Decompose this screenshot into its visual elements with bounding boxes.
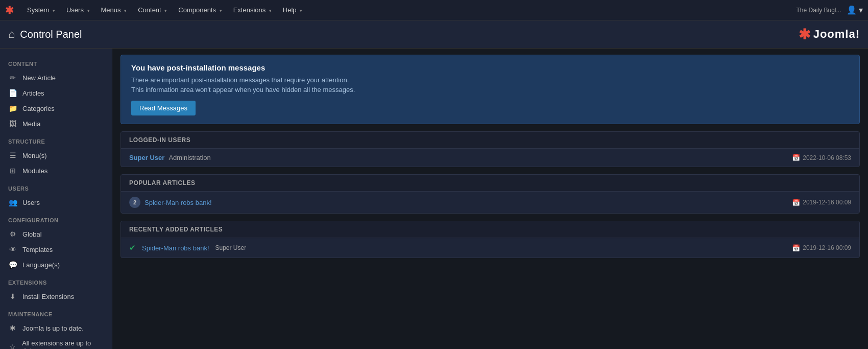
calendar-icon: 📅	[792, 244, 800, 252]
header-bar: ⌂ Control Panel ✱ Joomla!	[0, 20, 868, 49]
nav-extensions[interactable]: Extensions ▾	[228, 4, 277, 16]
section-content: CONTENT	[0, 54, 112, 70]
sidebar-item-install-extensions[interactable]: ⬇ Install Extensions	[0, 289, 112, 304]
sidebar-item-label: Install Extensions	[22, 293, 74, 300]
sidebar-item-label: Modules	[22, 167, 47, 175]
read-messages-button[interactable]: Read Messages	[131, 101, 196, 115]
recently-added-header: RECENTLY ADDED ARTICLES	[121, 221, 859, 238]
post-install-desc1: There are important post-installation me…	[131, 76, 849, 84]
user-login-date: 2022-10-06 08:53	[803, 154, 851, 161]
site-link[interactable]: The Daily Bugl...	[797, 7, 841, 14]
section-users: USERS	[0, 178, 112, 195]
sidebar-item-categories[interactable]: 📁 Categories	[0, 101, 112, 116]
sidebar-item-articles[interactable]: 📄 Articles	[0, 85, 112, 101]
top-nav: ✱ System ▾ Users ▾ Menus ▾ Content ▾ Com…	[0, 0, 868, 20]
logged-in-users-header: LOGGED-IN USERS	[121, 132, 859, 149]
article-info: 2 Spider-Man robs bank!	[129, 197, 212, 208]
post-install-desc2: This information area won't appear when …	[131, 86, 849, 94]
nav-system[interactable]: System ▾	[22, 4, 60, 16]
superuser-link[interactable]: Super User	[129, 154, 164, 161]
article-rank-badge: 2	[129, 197, 140, 208]
main-content: You have post-installation messages Ther…	[112, 49, 868, 349]
sidebar-item-label: Menu(s)	[22, 152, 47, 159]
joomla-brand-logo: ✱	[799, 26, 810, 43]
nav-items: System ▾ Users ▾ Menus ▾ Content ▾ Compo…	[22, 4, 797, 16]
joomla-brand-text: Joomla!	[813, 28, 860, 41]
articles-icon: 📄	[8, 89, 17, 97]
joomla-brand: ✱ Joomla!	[799, 26, 860, 43]
pencil-icon: ✏	[8, 74, 17, 82]
sidebar-item-label: Templates	[22, 246, 53, 253]
logged-in-users-panel: LOGGED-IN USERS Super User Administratio…	[120, 131, 860, 167]
sidebar-item-label: Language(s)	[22, 261, 60, 269]
media-icon: 🖼	[8, 120, 17, 128]
recent-article-info: ✔ Spider-Man robs bank! Super User	[129, 243, 246, 252]
popular-article-link[interactable]: Spider-Man robs bank!	[144, 199, 212, 206]
recent-article-date: 📅 2019-12-16 00:09	[792, 244, 851, 252]
sidebar-item-label: New Article	[22, 74, 56, 82]
recent-article-date-value: 2019-12-16 00:09	[803, 244, 851, 251]
user-date: 📅 2022-10-06 08:53	[792, 154, 851, 161]
sidebar-item-label: All extensions are up to date.	[22, 339, 104, 349]
nav-content[interactable]: Content ▾	[133, 4, 172, 16]
popular-article-row: 2 Spider-Man robs bank! 📅 2019-12-16 00:…	[121, 192, 859, 213]
recently-added-row: ✔ Spider-Man robs bank! Super User 📅 201…	[121, 238, 859, 258]
sidebar-item-label: Categories	[22, 105, 55, 112]
install-icon: ⬇	[8, 292, 17, 300]
sidebar-item-label: Articles	[22, 89, 44, 97]
nav-users[interactable]: Users ▾	[61, 4, 95, 16]
logged-in-user-row: Super User Administration 📅 2022-10-06 0…	[121, 149, 859, 167]
page-title: Control Panel	[20, 29, 82, 40]
joomla-nav-logo: ✱	[5, 4, 14, 16]
recent-article-author: Super User	[215, 244, 247, 251]
sidebar-item-label: Media	[22, 120, 40, 128]
popular-articles-panel: POPULAR ARTICLES 2 Spider-Man robs bank!…	[120, 174, 860, 214]
user-info: Super User Administration	[129, 154, 211, 161]
layout: CONTENT ✏ New Article 📄 Articles 📁 Categ…	[0, 49, 868, 349]
calendar-icon: 📅	[792, 154, 800, 161]
sidebar-item-extensions-update[interactable]: ☆ All extensions are up to date.	[0, 336, 112, 349]
recent-article-link[interactable]: Spider-Man robs bank!	[142, 244, 209, 252]
user-role: Administration	[168, 154, 210, 161]
post-install-title: You have post-installation messages	[131, 63, 849, 72]
header-left: ⌂ Control Panel	[8, 28, 82, 41]
joomla-update-icon: ✱	[8, 324, 17, 332]
sidebar: CONTENT ✏ New Article 📄 Articles 📁 Categ…	[0, 49, 112, 349]
nav-right: The Daily Bugl... 👤 ▾	[797, 5, 863, 15]
nav-menus[interactable]: Menus ▾	[96, 4, 132, 16]
users-icon: 👥	[8, 198, 17, 206]
sidebar-item-languages[interactable]: 💬 Language(s)	[0, 257, 112, 272]
section-configuration: CONFIGURATION	[0, 210, 112, 226]
sidebar-item-new-article[interactable]: ✏ New Article	[0, 70, 112, 85]
nav-components[interactable]: Components ▾	[173, 4, 227, 16]
calendar-icon: 📅	[792, 199, 800, 206]
global-icon: ⚙	[8, 230, 17, 238]
sidebar-item-menus[interactable]: ☰ Menu(s)	[0, 148, 112, 163]
post-install-messages: You have post-installation messages Ther…	[120, 55, 860, 124]
recently-added-panel: RECENTLY ADDED ARTICLES ✔ Spider-Man rob…	[120, 221, 860, 258]
article-date: 📅 2019-12-16 00:09	[792, 199, 851, 206]
sidebar-item-modules[interactable]: ⊞ Modules	[0, 163, 112, 178]
sidebar-item-label: Global	[22, 230, 42, 238]
sidebar-item-joomla-update[interactable]: ✱ Joomla is up to date.	[0, 320, 112, 336]
check-icon: ✔	[129, 243, 136, 252]
user-icon[interactable]: 👤 ▾	[847, 5, 863, 15]
popular-article-date: 2019-12-16 00:09	[803, 199, 851, 206]
categories-icon: 📁	[8, 104, 17, 112]
section-structure: STRUCTURE	[0, 131, 112, 148]
modules-icon: ⊞	[8, 167, 17, 175]
home-icon[interactable]: ⌂	[8, 28, 15, 41]
popular-articles-header: POPULAR ARTICLES	[121, 175, 859, 192]
section-maintenance: MAINTENANCE	[0, 304, 112, 320]
section-extensions: EXTENSIONS	[0, 272, 112, 289]
sidebar-item-label: Users	[22, 199, 40, 206]
languages-icon: 💬	[8, 261, 17, 269]
templates-icon: 👁	[8, 245, 17, 253]
sidebar-item-templates[interactable]: 👁 Templates	[0, 242, 112, 257]
sidebar-item-media[interactable]: 🖼 Media	[0, 116, 112, 131]
sidebar-item-label: Joomla is up to date.	[22, 324, 84, 332]
sidebar-item-users[interactable]: 👥 Users	[0, 195, 112, 210]
menus-icon: ☰	[8, 151, 17, 159]
nav-help[interactable]: Help ▾	[278, 4, 307, 16]
sidebar-item-global[interactable]: ⚙ Global	[0, 226, 112, 242]
